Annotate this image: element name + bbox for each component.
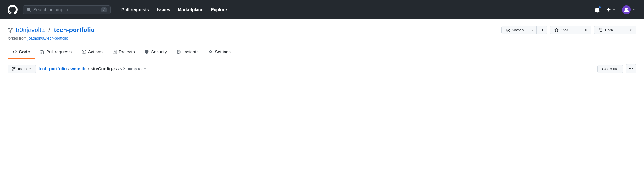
github-logo-icon xyxy=(8,5,18,15)
breadcrumb-bar: main tech-portfolio / website / siteConf… xyxy=(0,59,644,79)
go-to-file-button[interactable]: Go to file xyxy=(597,65,623,73)
star-icon xyxy=(554,28,559,32)
star-dropdown-button[interactable] xyxy=(573,26,581,34)
tab-insights[interactable]: Insights xyxy=(172,46,203,59)
repo-separator: / xyxy=(48,26,50,34)
fork-group: Fork 2 xyxy=(594,26,636,34)
more-icon: ··· xyxy=(629,66,634,72)
tab-code-label: Code xyxy=(19,49,30,54)
tab-projects-label: Projects xyxy=(119,49,135,54)
topnav: / Pull requests Issues Marketplace Explo… xyxy=(0,0,644,19)
breadcrumb-path: tech-portfolio / website / siteConfig.js… xyxy=(38,66,147,71)
github-logo[interactable] xyxy=(8,5,18,15)
nav-explore[interactable]: Explore xyxy=(208,5,230,14)
fork-chevron-icon xyxy=(620,29,624,32)
watch-chevron-icon xyxy=(531,29,534,32)
watch-button[interactable]: Watch xyxy=(502,26,528,34)
user-menu-button[interactable] xyxy=(621,4,636,15)
notification-dot xyxy=(598,6,601,8)
search-input[interactable] xyxy=(33,7,99,12)
tab-actions-label: Actions xyxy=(88,49,103,54)
pull-request-icon xyxy=(40,50,44,54)
tab-pull-requests[interactable]: Pull requests xyxy=(35,46,77,59)
chevron-down-icon xyxy=(613,8,616,11)
nav-issues[interactable]: Issues xyxy=(153,5,174,14)
breadcrumb-left: main tech-portfolio / website / siteConf… xyxy=(8,65,147,73)
nav-marketplace[interactable]: Marketplace xyxy=(175,5,207,14)
repo-header: tr0njavolta / tech-portfolio Watch 0 xyxy=(0,19,644,59)
watch-dropdown-button[interactable] xyxy=(528,26,536,34)
tab-projects[interactable]: Projects xyxy=(108,46,140,59)
tab-insights-label: Insights xyxy=(183,49,198,54)
security-icon xyxy=(145,50,149,54)
repo-tabs: Code Pull requests Actions Projects Secu… xyxy=(8,46,636,59)
search-icon xyxy=(27,7,31,12)
actions-icon xyxy=(82,50,86,54)
breadcrumb-sep-1: / xyxy=(68,66,69,71)
svg-point-0 xyxy=(625,8,628,10)
fork-icon xyxy=(599,28,603,32)
tab-actions[interactable]: Actions xyxy=(77,46,108,59)
forked-from: forked from joatmon08/tech-portfolio xyxy=(8,36,636,41)
repo-owner-link[interactable]: tr0njavolta xyxy=(16,26,45,34)
repo-title-left: tr0njavolta / tech-portfolio xyxy=(8,26,95,34)
breadcrumb-folder-link[interactable]: website xyxy=(70,66,86,71)
breadcrumb-sep-3: / xyxy=(118,66,119,71)
slash-kbd: / xyxy=(101,7,107,12)
tab-pull-requests-label: Pull requests xyxy=(46,49,72,54)
eye-icon xyxy=(506,28,510,32)
breadcrumb-repo-link[interactable]: tech-portfolio xyxy=(38,66,67,71)
new-button[interactable] xyxy=(605,6,617,14)
insights-icon xyxy=(177,50,181,54)
forked-from-link[interactable]: joatmon08/tech-portfolio xyxy=(28,36,68,41)
jump-to-chevron-icon xyxy=(143,67,147,70)
branch-icon xyxy=(12,67,16,71)
fork-dropdown-button[interactable] xyxy=(618,26,626,34)
branch-name: main xyxy=(18,67,27,71)
fork-button[interactable]: Fork xyxy=(594,26,618,34)
watch-label: Watch xyxy=(512,28,524,32)
repo-name-link[interactable]: tech-portfolio xyxy=(54,26,95,34)
tab-code[interactable]: Code xyxy=(8,46,35,59)
notifications-button[interactable] xyxy=(593,6,601,14)
forked-from-label: forked from xyxy=(8,36,27,41)
jump-to-button[interactable]: Jump to xyxy=(120,67,146,71)
settings-icon xyxy=(208,50,213,54)
watch-count: 0 xyxy=(536,26,547,34)
breadcrumb-sep-2: / xyxy=(88,66,89,71)
tab-settings-label: Settings xyxy=(215,49,231,54)
watch-group: Watch 0 xyxy=(501,26,547,34)
star-button[interactable]: Star xyxy=(550,26,573,34)
repo-fork-icon xyxy=(8,27,13,33)
tab-security[interactable]: Security xyxy=(140,46,172,59)
topnav-right xyxy=(593,4,636,15)
bottom-divider xyxy=(0,79,644,79)
tab-settings[interactable]: Settings xyxy=(203,46,236,59)
repo-actions: Watch 0 Star xyxy=(499,26,636,34)
breadcrumb-file: siteConfig.js xyxy=(91,66,117,71)
branch-chevron-icon xyxy=(29,67,32,70)
fork-label: Fork xyxy=(605,28,613,32)
nav-pull-requests[interactable]: Pull requests xyxy=(118,5,152,14)
user-chevron-icon xyxy=(632,8,635,11)
tab-security-label: Security xyxy=(151,49,167,54)
star-chevron-icon xyxy=(575,29,579,32)
fork-count: 2 xyxy=(626,26,636,34)
breadcrumb-right: Go to file ··· xyxy=(597,64,636,73)
search-box[interactable]: / xyxy=(23,5,111,14)
code-icon xyxy=(13,50,17,54)
topnav-links: Pull requests Issues Marketplace Explore xyxy=(118,5,230,14)
star-count: 0 xyxy=(581,26,591,34)
avatar xyxy=(622,5,631,14)
star-group: Star 0 xyxy=(550,26,591,34)
jump-to-label: Jump to xyxy=(127,67,141,71)
branch-button[interactable]: main xyxy=(8,65,36,73)
code-brackets-icon xyxy=(120,67,125,71)
more-options-button[interactable]: ··· xyxy=(626,64,636,73)
star-label: Star xyxy=(561,28,568,32)
projects-icon xyxy=(113,50,117,54)
plus-icon xyxy=(606,7,611,12)
repo-title-row: tr0njavolta / tech-portfolio Watch 0 xyxy=(8,26,636,34)
